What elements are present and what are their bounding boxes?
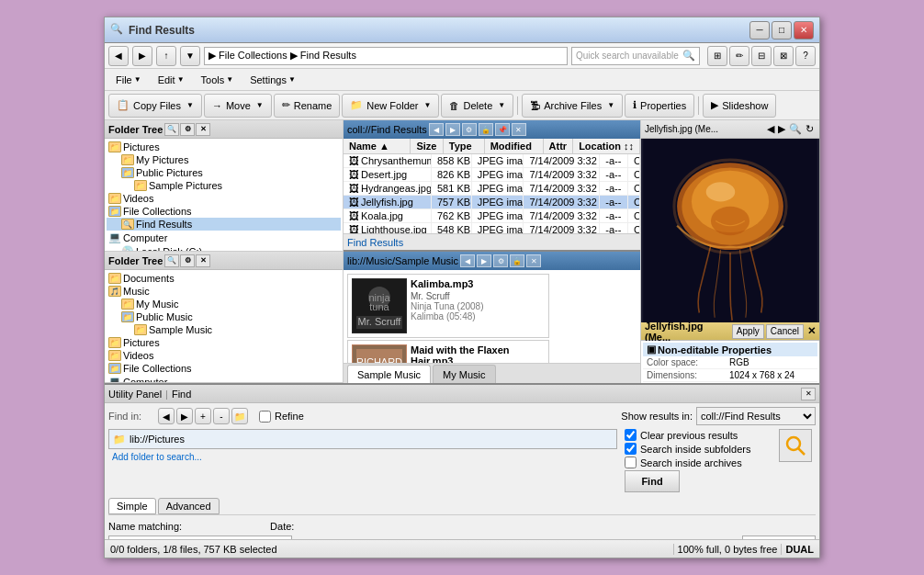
- settings-menu[interactable]: Settings ▼: [242, 73, 303, 87]
- panel-search-btn-2[interactable]: 🔍: [164, 254, 179, 267]
- simple-tab[interactable]: Simple: [108, 498, 156, 514]
- table-row[interactable]: 🖼 Lighthouse.jpg 548 KB JPEG image 7/14/…: [344, 223, 640, 233]
- tree-item-2-my-music[interactable]: 📁 My Music: [107, 298, 341, 310]
- maximize-button[interactable]: □: [772, 21, 792, 39]
- panel-close-btn-2[interactable]: ✕: [196, 254, 210, 267]
- tree-item-2-videos[interactable]: 📁 Videos: [107, 349, 341, 362]
- tree-item-2-pictures[interactable]: 📁 Pictures: [107, 336, 341, 349]
- refine-checkbox[interactable]: [259, 411, 271, 423]
- table-row[interactable]: 🖼 Koala.jpg 762 KB JPEG image 7/14/2009 …: [344, 209, 640, 223]
- table-row[interactable]: 🖼 Desert.jpg 826 KB JPEG image 7/14/2009…: [344, 168, 640, 182]
- find-button[interactable]: Find: [625, 470, 680, 492]
- panel-config-btn-1[interactable]: ⚙: [180, 123, 195, 136]
- find-results-nav-next[interactable]: ▶: [445, 123, 460, 136]
- music-tab-my[interactable]: My Music: [433, 365, 495, 383]
- preview-zoom-in[interactable]: 🔍: [789, 123, 802, 135]
- panel-config-btn-2[interactable]: ⚙: [180, 254, 195, 267]
- utility-close-btn[interactable]: ✕: [801, 388, 816, 400]
- music-nav-prev[interactable]: ◀: [460, 254, 475, 267]
- preview-nav-left[interactable]: ◀: [767, 123, 774, 135]
- preview-nav-right[interactable]: ▶: [778, 123, 785, 135]
- panel-search-btn-1[interactable]: 🔍: [164, 123, 179, 136]
- table-row[interactable]: 🖼 Chrysanthemum.jpg 858 KB JPEG image 7/…: [344, 154, 640, 168]
- tree-item-2-sample-music[interactable]: 📁 Sample Music: [107, 323, 341, 336]
- properties-button[interactable]: ℹ Properties: [625, 94, 694, 118]
- search-execute-button[interactable]: [779, 429, 812, 462]
- rename-button[interactable]: ✏ Rename: [274, 94, 341, 118]
- col-attr[interactable]: Attr: [544, 139, 574, 153]
- file-menu[interactable]: File ▼: [108, 73, 149, 87]
- find-results-pin[interactable]: 📌: [495, 123, 510, 136]
- close-button[interactable]: ✕: [794, 21, 814, 39]
- view-toggle-4[interactable]: ⊠: [773, 46, 794, 66]
- col-size[interactable]: Size: [411, 139, 443, 153]
- col-location[interactable]: Location ↕↕: [573, 139, 640, 153]
- tree-item-my-pictures[interactable]: 📁 My Pictures: [107, 153, 341, 166]
- help-button[interactable]: ?: [795, 46, 816, 66]
- advanced-tab[interactable]: Advanced: [158, 498, 220, 514]
- music-lock[interactable]: 🔒: [510, 254, 524, 267]
- find-results-lock[interactable]: 🔒: [479, 123, 493, 136]
- non-editable-header[interactable]: ▣ Non-editable Properties: [643, 343, 817, 356]
- music-nav-next[interactable]: ▶: [477, 254, 491, 267]
- table-row-selected[interactable]: 🖼 Jellyfish.jpg 757 KB JPEG image 7/14/2…: [344, 196, 640, 209]
- tree-item-file-collections[interactable]: 📁 File Collections: [107, 205, 341, 218]
- search-archives-checkbox[interactable]: [625, 457, 637, 468]
- show-results-select[interactable]: coll://Find Results: [696, 407, 816, 425]
- col-type[interactable]: Type: [444, 139, 485, 153]
- panel-close-btn-1[interactable]: ✕: [196, 123, 210, 136]
- music-close[interactable]: ✕: [526, 254, 541, 267]
- find-results-nav-prev[interactable]: ◀: [429, 123, 444, 136]
- tree-item-computer[interactable]: 💻 Computer: [107, 231, 341, 244]
- tree-item-public-pictures[interactable]: 📁 Public Pictures: [107, 166, 341, 179]
- search-subfolders-checkbox[interactable]: [625, 443, 637, 455]
- cancel-button[interactable]: Cancel: [766, 324, 804, 339]
- tree-item-2-music[interactable]: 🎵 Music: [107, 285, 341, 298]
- address-path[interactable]: ▶ File Collections ▶ Find Results: [204, 47, 568, 65]
- tree-item-find-results[interactable]: 🔍 Find Results: [107, 218, 341, 231]
- slideshow-button[interactable]: ▶ Slideshow: [703, 94, 776, 118]
- find-in-fwd[interactable]: ▶: [176, 408, 193, 424]
- archive-files-button[interactable]: 🗜 Archive Files ▼: [522, 94, 623, 118]
- properties-close-icon[interactable]: ✕: [807, 325, 816, 337]
- history-button[interactable]: ▼: [180, 46, 200, 66]
- tree-item-sample-pictures[interactable]: 📁 Sample Pictures: [107, 179, 341, 192]
- music-tab-sample[interactable]: Sample Music: [347, 365, 431, 383]
- view-toggle-2[interactable]: ✏: [729, 46, 749, 66]
- view-toggle-1[interactable]: ⊞: [707, 46, 727, 66]
- back-button[interactable]: ◀: [108, 46, 129, 66]
- find-in-add[interactable]: +: [195, 408, 211, 424]
- find-in-back[interactable]: ◀: [158, 408, 175, 424]
- find-results-close[interactable]: ✕: [512, 123, 526, 136]
- view-toggle-3[interactable]: ⊟: [751, 46, 772, 66]
- tree-item-2-public-music[interactable]: 📁 Public Music: [107, 310, 341, 323]
- move-button[interactable]: → Move ▼: [204, 94, 272, 118]
- music-item-maid[interactable]: RICHARD STOLTZMAN Fine Music Maid with t…: [347, 340, 549, 363]
- tree-item-local-disk[interactable]: 💿 Local Disk (C:): [107, 244, 341, 251]
- apply-button[interactable]: Apply: [732, 324, 764, 339]
- tree-item-videos[interactable]: 📁 Videos: [107, 192, 341, 205]
- find-results-config[interactable]: ⚙: [462, 123, 477, 136]
- col-name[interactable]: Name ▲: [344, 139, 411, 153]
- tree-item-pictures[interactable]: 📁 Pictures: [107, 141, 341, 153]
- find-in-remove[interactable]: -: [213, 408, 230, 424]
- find-in-browse[interactable]: 📁: [231, 408, 248, 424]
- add-folder-link[interactable]: Add folder to search...: [108, 451, 617, 463]
- col-modified[interactable]: Modified: [485, 139, 544, 153]
- search-box[interactable]: Quick search unavailable 🔍: [571, 47, 700, 65]
- music-item-kalimba[interactable]: ninja tuna Mr. Scruff Kalimba.mp3 Mr. Sc…: [347, 274, 549, 338]
- table-row[interactable]: 🖼 Hydrangeas.jpg 581 KB JPEG image 7/14/…: [344, 182, 640, 196]
- tree-item-2-file-collections[interactable]: 📁 File Collections: [107, 362, 341, 375]
- copy-files-button[interactable]: 📋 Copy Files ▼: [108, 94, 202, 118]
- delete-button[interactable]: 🗑 Delete ▼: [441, 94, 513, 118]
- tree-item-2-documents[interactable]: 📁 Documents: [107, 272, 341, 285]
- new-folder-button[interactable]: 📁 New Folder ▼: [342, 94, 439, 118]
- preview-rotate[interactable]: ↻: [806, 123, 814, 135]
- up-button[interactable]: ↑: [156, 46, 176, 66]
- tools-menu[interactable]: Tools ▼: [194, 73, 242, 87]
- music-config[interactable]: ⚙: [493, 254, 508, 267]
- edit-menu[interactable]: Edit ▼: [151, 73, 192, 87]
- minimize-button[interactable]: ─: [749, 21, 770, 39]
- forward-button[interactable]: ▶: [132, 46, 152, 66]
- clear-previous-checkbox[interactable]: [625, 429, 637, 441]
